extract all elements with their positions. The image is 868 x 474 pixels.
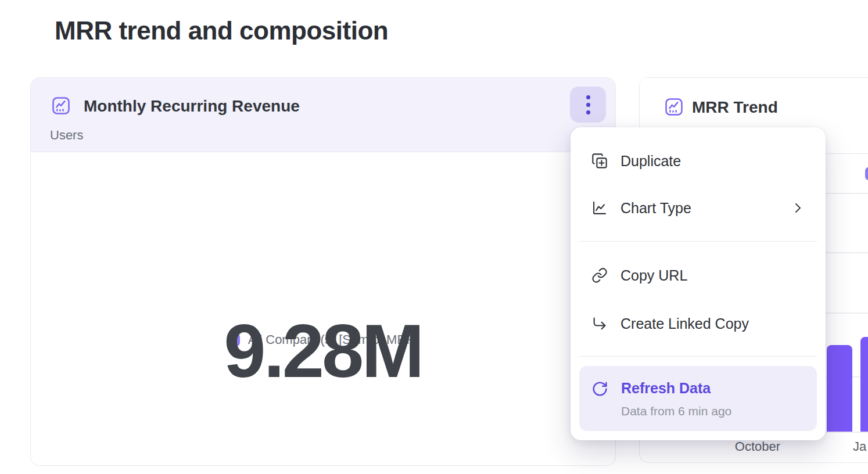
menu-item-copy-url[interactable]: Copy URL — [571, 258, 826, 293]
mrr-card-title: Monthly Recurring Revenue — [84, 97, 300, 116]
chart-icon — [663, 96, 684, 117]
menu-item-chart-type[interactable]: Chart Type — [571, 191, 826, 225]
menu-item-duplicate[interactable]: Duplicate — [571, 143, 826, 178]
trend-card-title: MRR Trend — [692, 98, 778, 117]
menu-divider — [579, 356, 817, 357]
menu-item-label: Copy URL — [620, 267, 687, 284]
menu-item-create-linked-copy[interactable]: Create Linked Copy — [571, 306, 826, 341]
menu-item-label: Create Linked Copy — [620, 315, 749, 332]
card-options-button[interactable] — [570, 87, 606, 123]
trend-legend-swatch — [865, 167, 868, 180]
menu-item-refresh-data[interactable]: Refresh Data Data from 6 min ago — [579, 366, 817, 431]
kebab-menu-icon — [586, 95, 590, 99]
mrr-value: 9.28M — [31, 275, 615, 426]
refresh-icon — [591, 380, 608, 397]
copy-plus-icon — [591, 153, 608, 169]
trend-bar — [860, 337, 868, 432]
mrr-card-subtitle: Users — [50, 128, 83, 143]
menu-item-label: Chart Type — [620, 200, 691, 217]
corner-down-right-icon — [591, 315, 608, 332]
mrr-card-header: Monthly Recurring Revenue Users — [31, 78, 615, 152]
refresh-status-text: Data from 6 min ago — [621, 404, 731, 418]
menu-item-label: Duplicate — [620, 153, 681, 170]
menu-divider — [579, 241, 817, 242]
x-axis-label: October — [735, 439, 780, 454]
card-context-menu: Duplicate Chart Type Copy URL — [571, 127, 826, 440]
chevron-right-icon — [791, 201, 805, 215]
menu-item-label: Refresh Data — [621, 380, 711, 397]
trend-bar — [827, 345, 852, 432]
link-icon — [591, 267, 608, 283]
chart-line-icon — [591, 200, 608, 216]
page-title: MRR trend and composition — [55, 16, 388, 45]
mrr-card: Monthly Recurring Revenue Users All Comp… — [30, 77, 616, 466]
chart-icon — [51, 95, 71, 116]
x-axis-label: Ja — [853, 439, 866, 454]
